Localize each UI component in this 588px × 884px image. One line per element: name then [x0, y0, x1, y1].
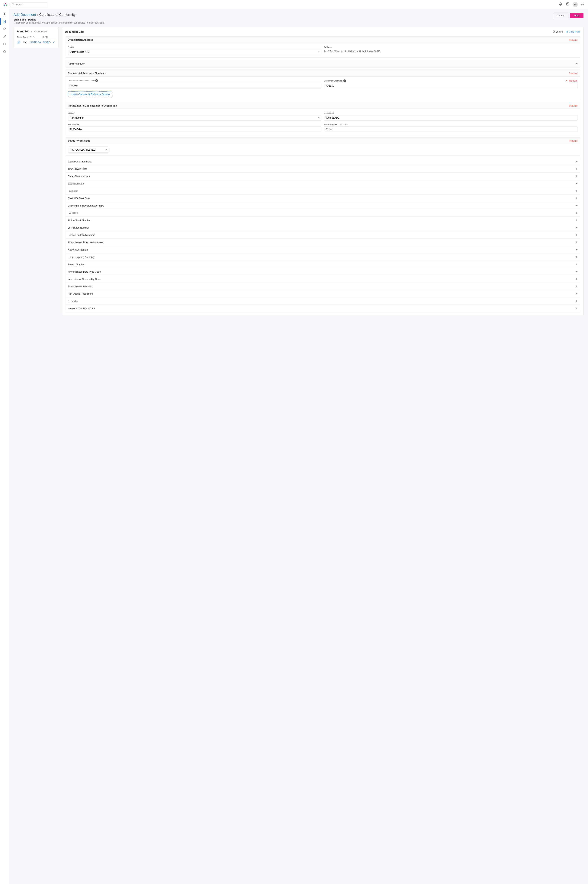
breadcrumb-current: Certificate of Conformity [39, 13, 75, 17]
asset-sn-cell[interactable]: SP2377 [43, 39, 52, 45]
collapsible-add-button[interactable]: + [576, 233, 578, 237]
model-number-input[interactable] [324, 126, 578, 132]
svg-line-5 [14, 5, 14, 6]
collapsible-row[interactable]: Date of Manufacture + [65, 173, 580, 180]
collapsible-row[interactable]: Previous Certificate Data + [65, 305, 580, 312]
commercial-ref-body: Customer Identification Code i Customer … [65, 77, 580, 100]
next-button[interactable]: Next [570, 13, 584, 18]
collapsible-row[interactable]: International Commodity Code + [65, 275, 580, 283]
collapsible-add-button[interactable]: + [576, 270, 578, 273]
collapsible-row[interactable]: Airworthiness Data Type Code + [65, 268, 580, 275]
collapsible-label: Lot / Batch Number [68, 226, 89, 229]
collapsible-row[interactable]: Remarks + [65, 297, 580, 305]
collapsible-add-button[interactable]: + [576, 189, 578, 192]
app-logo-icon [3, 2, 8, 7]
part-model-row: Part Number Model Number - Optional [68, 123, 578, 132]
collapsible-add-button[interactable]: + [576, 204, 578, 207]
collapsible-add-button[interactable]: + [576, 174, 578, 178]
collapsible-add-button[interactable]: + [576, 219, 578, 222]
search-bar[interactable] [10, 2, 47, 7]
sidebar-item-settings[interactable] [1, 48, 8, 55]
facility-select[interactable]: Buzzylectrics ATC [68, 49, 321, 55]
description-input[interactable] [324, 115, 578, 121]
collapsible-row[interactable]: Airline Stock Number + [65, 217, 580, 224]
customer-order-input[interactable] [324, 83, 578, 89]
remote-issuer-header: Remote Issuer + [65, 60, 580, 67]
remove-button[interactable]: ✕ [565, 79, 567, 82]
collapsible-add-button[interactable]: + [576, 263, 578, 266]
notifications-button[interactable] [558, 2, 563, 8]
description-group: Description [324, 112, 578, 121]
collapsible-row[interactable]: Part Usage Restrictions + [65, 290, 580, 297]
box-icon [3, 42, 6, 46]
collapsible-add-button[interactable]: + [576, 197, 578, 200]
collapsible-row[interactable]: Life Limit + [65, 187, 580, 195]
collapsible-add-button[interactable]: + [576, 255, 578, 259]
collapsible-row[interactable]: PAH Data + [65, 209, 580, 217]
more-options-label: + More Commercial Reference Options [70, 93, 110, 96]
collapsible-label: Time / Cycle Data [68, 168, 87, 170]
collapsible-add-button[interactable]: + [576, 167, 578, 171]
help-button[interactable]: ? [566, 2, 570, 8]
display-label: Display [68, 112, 321, 114]
svg-rect-11 [3, 20, 6, 23]
collapsible-label: Work Performed Data [68, 160, 91, 163]
collapsible-add-button[interactable]: + [576, 226, 578, 229]
collapsible-add-button[interactable]: + [576, 248, 578, 251]
part-number-label: Part Number [68, 123, 321, 126]
collapsible-label: PAH Data [68, 212, 78, 215]
asset-sn-link[interactable]: SP2377 [43, 41, 51, 44]
asset-icon: ⚙ [17, 40, 21, 44]
collapsible-add-button[interactable]: + [576, 299, 578, 303]
copy-to-button[interactable]: Copy to [552, 30, 563, 33]
clear-form-button[interactable]: Clear Form [566, 30, 580, 33]
org-address-header: Organization Address Required [65, 36, 580, 43]
col-asset-type: Asset Type [16, 35, 29, 39]
display-select[interactable]: Part Number [68, 115, 321, 121]
collapsible-row[interactable]: Project Number + [65, 261, 580, 268]
collapsible-row[interactable]: Direct Shipping Authority + [65, 254, 580, 261]
collapsible-row[interactable]: Airworthiness Directive Numbers + [65, 239, 580, 246]
sidebar-item-tools[interactable] [1, 33, 8, 40]
collapsible-row[interactable]: Shelf Life Start Date + [65, 195, 580, 202]
collapsible-row[interactable]: Newly Overhauled + [65, 246, 580, 254]
part-number-section: Part Number / Model Number / Description… [65, 102, 580, 135]
asset-list-subtitle: 1 / 1 Assets Ready [30, 30, 47, 33]
search-input[interactable] [15, 3, 45, 6]
breadcrumb-link[interactable]: Add Document [14, 13, 36, 17]
asset-pn-cell[interactable]: 223045-1A [29, 39, 42, 45]
status-select[interactable]: INSPECTED / TESTED [68, 147, 109, 153]
sidebar-item-add[interactable] [1, 11, 8, 17]
user-menu-button[interactable] [580, 2, 585, 8]
sidebar-item-box[interactable] [1, 41, 8, 47]
collapsible-row[interactable]: Expiration Date + [65, 180, 580, 187]
asset-pn-link[interactable]: 223045-1A [30, 41, 41, 44]
copy-icon [552, 30, 555, 33]
collapsible-add-button[interactable]: + [576, 182, 578, 185]
collapsible-row[interactable]: Service Bulletin Numbers + [65, 231, 580, 239]
collapsible-add-button[interactable]: + [576, 307, 578, 310]
user-icon [581, 2, 584, 6]
collapsible-add-button[interactable]: + [576, 160, 578, 163]
status-group: INSPECTED / TESTED [68, 147, 109, 153]
sidebar-item-documents[interactable] [0, 18, 8, 25]
more-commercial-options-button[interactable]: + More Commercial Reference Options [68, 92, 112, 97]
collapsible-row[interactable]: Drawing and Revision Level Type + [65, 202, 580, 209]
svg-point-17 [4, 51, 5, 52]
collapsible-row[interactable]: Work Performed Data + [65, 158, 580, 165]
cancel-button[interactable]: Cancel [553, 13, 568, 18]
collapsible-row[interactable]: Airworthiness Deviation + [65, 283, 580, 290]
asset-type-cell: Part [22, 39, 29, 45]
collapsible-add-button[interactable]: + [576, 285, 578, 288]
collapsible-add-button[interactable]: + [576, 211, 578, 215]
part-number-input[interactable] [68, 126, 321, 132]
help-icon: ? [566, 2, 570, 6]
collapsible-add-button[interactable]: + [576, 240, 578, 244]
collapsible-row[interactable]: Lot / Batch Number + [65, 224, 580, 231]
collapsible-add-button[interactable]: + [576, 277, 578, 281]
collapsible-row[interactable]: Time / Cycle Data + [65, 165, 580, 173]
remote-issuer-add-button[interactable]: + [576, 62, 578, 65]
sidebar-item-assets[interactable] [1, 26, 8, 32]
collapsible-add-button[interactable]: + [576, 292, 578, 296]
customer-id-input[interactable] [68, 83, 321, 89]
